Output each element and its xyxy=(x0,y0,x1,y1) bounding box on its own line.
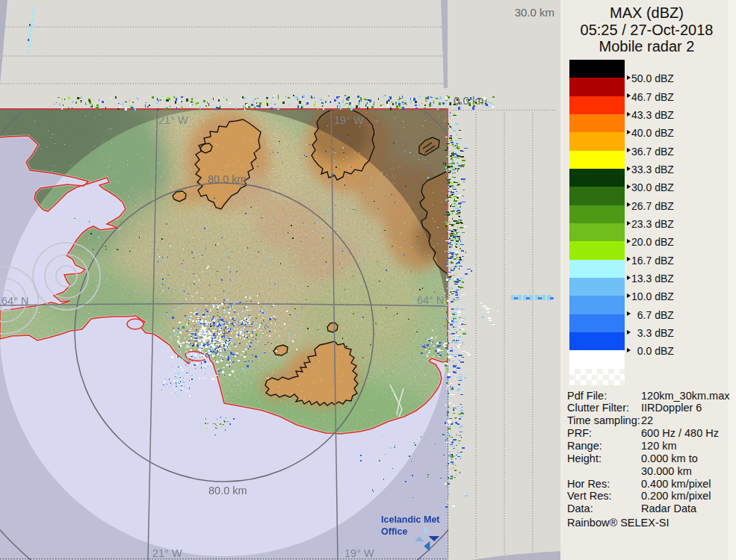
svg-text:Icelandic Met: Icelandic Met xyxy=(381,514,440,525)
svg-text:21° W: 21° W xyxy=(158,114,188,126)
svg-text:19° W: 19° W xyxy=(334,114,364,126)
svg-text:21° W: 21° W xyxy=(152,547,182,559)
svg-text:64° N: 64° N xyxy=(417,294,444,306)
svg-text:80.0 km: 80.0 km xyxy=(208,485,247,497)
svg-text:30.0 km: 30.0 km xyxy=(515,6,554,19)
svg-text:Office: Office xyxy=(381,526,407,537)
svg-text:80.0 km: 80.0 km xyxy=(208,173,247,185)
svg-text:19° W: 19° W xyxy=(344,547,374,559)
svg-text:64° N: 64° N xyxy=(1,295,28,307)
